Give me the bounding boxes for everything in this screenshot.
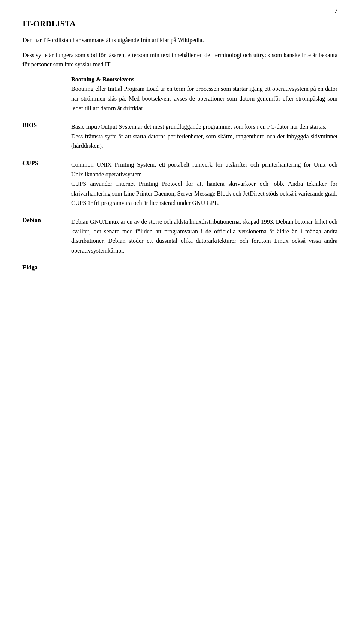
page-container: 7 IT-ORDLISTA Den här IT-ordlistan har s…: [0, 0, 360, 644]
debian-paragraph-1: Debian GNU/Linux är en av de större och …: [71, 217, 338, 255]
ekiga-section: Ekiga: [22, 264, 338, 271]
cups-label: CUPS: [22, 160, 71, 208]
page-number: 7: [334, 8, 338, 14]
bootning-label: [22, 75, 71, 113]
page-title: IT-ORDLISTA: [22, 19, 338, 29]
debian-section: Debian Debian GNU/Linux är en av de stör…: [22, 217, 338, 255]
debian-label: Debian: [22, 217, 71, 255]
debian-content: Debian GNU/Linux är en av de större och …: [71, 217, 338, 255]
bootning-paragraph-1: Bootning eller Initial Program Load är e…: [71, 86, 338, 111]
cups-paragraph-2: CUPS använder Internet Printing Protocol…: [71, 179, 338, 198]
bios-paragraph-2: Dess främsta syfte är att starta datorns…: [71, 132, 338, 151]
intro-paragraph-1: Den här IT-ordlistan har sammanställts u…: [22, 35, 338, 45]
bios-paragraph-1: Basic Input/Output System,är det mest gr…: [71, 122, 338, 132]
intro-paragraph-2: Dess syfte är fungera som stöd för läsar…: [22, 50, 338, 69]
bootning-content: Bootning & Bootsekvens Bootning eller In…: [71, 75, 338, 113]
bios-content: Basic Input/Output System,är det mest gr…: [71, 122, 338, 151]
bios-section: BIOS Basic Input/Output System,är det me…: [22, 122, 338, 151]
cups-paragraph-3: CUPS är fri programvara och är licensier…: [71, 198, 338, 208]
bootning-section: Bootning & Bootsekvens Bootning eller In…: [22, 75, 338, 113]
ekiga-label: Ekiga: [22, 264, 71, 271]
cups-paragraph-1: Common UNIX Printing System, ett portabe…: [71, 160, 338, 179]
bios-label: BIOS: [22, 122, 71, 151]
bootning-title: Bootning & Bootsekvens: [71, 76, 134, 83]
cups-section: CUPS Common UNIX Printing System, ett po…: [22, 160, 338, 208]
cups-content: Common UNIX Printing System, ett portabe…: [71, 160, 338, 208]
